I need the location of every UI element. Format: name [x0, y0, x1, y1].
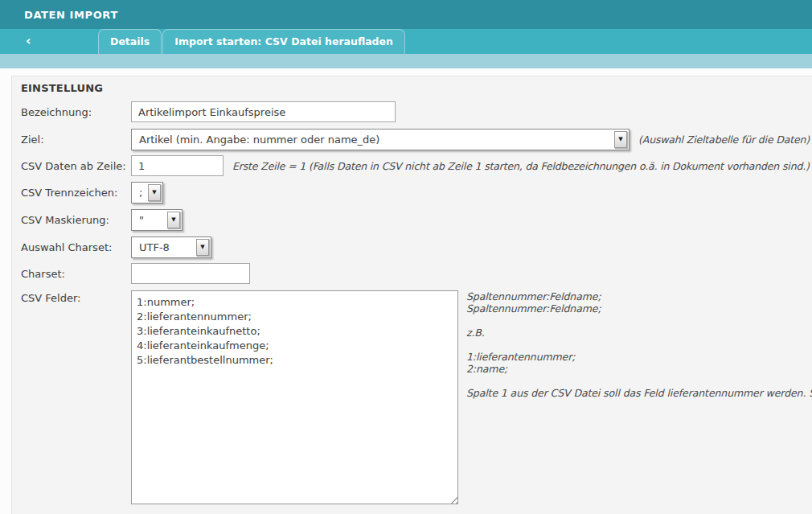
field-label: Bezeichnung: [21, 106, 131, 118]
tab-import-start[interactable]: Import starten: CSV Datei heraufladen [162, 29, 405, 54]
form-row-csv-start-zeile: CSV Daten ab Zeile: Erste Zeile = 1 (Fal… [21, 155, 810, 176]
csv-felder-textarea[interactable]: 1:nummer; 2:lieferantennummer; 3:liefera… [131, 290, 458, 504]
field-label: Charset: [21, 268, 131, 280]
form-row-trennzeichen: CSV Trennzeichen: ; ▼ [21, 182, 163, 204]
field-label: CSV Maskierung: [21, 214, 131, 226]
charset-input[interactable] [131, 263, 250, 284]
tab-details[interactable]: Details [98, 29, 162, 54]
chevron-down-icon: ▼ [200, 245, 204, 250]
app-title-bar: DATEN IMPORT [0, 0, 812, 29]
chevron-left-icon: ‹ [26, 33, 31, 48]
dropdown-arrow-button[interactable]: ▼ [614, 131, 627, 148]
field-label: CSV Trennzeichen: [21, 187, 131, 199]
field-hint: Erste Zeile = 1 (Falls Daten in CSV nich… [232, 160, 810, 172]
form-row-ziel: Ziel: Artikel (min. Angabe: nummer oder … [21, 129, 810, 150]
field-label: Ziel: [21, 134, 131, 146]
form-row-maskierung: CSV Maskierung: " ▼ [21, 209, 182, 231]
back-button[interactable]: ‹ [21, 29, 36, 54]
field-label: CSV Daten ab Zeile: [21, 160, 131, 172]
field-hint: (Auswahl Zieltabelle für die Daten) [638, 134, 810, 146]
maskierung-select[interactable]: " ▼ [131, 209, 182, 231]
dropdown-arrow-button[interactable]: ▼ [196, 239, 209, 256]
subnav-bar [0, 54, 812, 68]
field-label: CSV Felder: [21, 292, 131, 304]
chevron-down-icon: ▼ [171, 217, 175, 223]
page-title: DATEN IMPORT [0, 9, 118, 21]
select-value: Artikel (min. Angabe: nummer oder name_d… [139, 134, 629, 146]
csv-felder-hint: Spaltennummer:Feldname; Spaltennummer:Fe… [466, 290, 812, 514]
form-row-bezeichnung: Bezeichnung: [21, 101, 396, 122]
chevron-down-icon: ▼ [618, 137, 622, 142]
dropdown-arrow-button[interactable]: ▼ [167, 212, 180, 228]
tab-list: Details Import starten: CSV Datei herauf… [98, 29, 406, 54]
nav-bar: ‹ Details Import starten: CSV Datei hera… [0, 29, 812, 54]
settings-panel: EINSTELLUNG Bezeichnung: Ziel: Artikel (… [11, 76, 812, 514]
trennzeichen-select[interactable]: ; ▼ [131, 182, 163, 204]
csv-start-zeile-input[interactable] [131, 155, 224, 176]
dropdown-arrow-button[interactable]: ▼ [148, 184, 161, 201]
form-row-auswahl-charset: Auswahl Charset: UTF-8 ▼ [21, 236, 211, 258]
ziel-select[interactable]: Artikel (min. Angabe: nummer oder name_d… [131, 129, 630, 150]
field-label: Auswahl Charset: [21, 241, 131, 253]
section-title: EINSTELLUNG [21, 82, 103, 94]
chevron-down-icon: ▼ [152, 190, 156, 195]
form-row-csv-felder: CSV Felder: 1:nummer; 2:lieferantennumme… [21, 290, 458, 504]
bezeichnung-input[interactable] [131, 101, 396, 122]
charset-select[interactable]: UTF-8 ▼ [131, 236, 211, 258]
form-row-charset: Charset: [21, 263, 250, 284]
